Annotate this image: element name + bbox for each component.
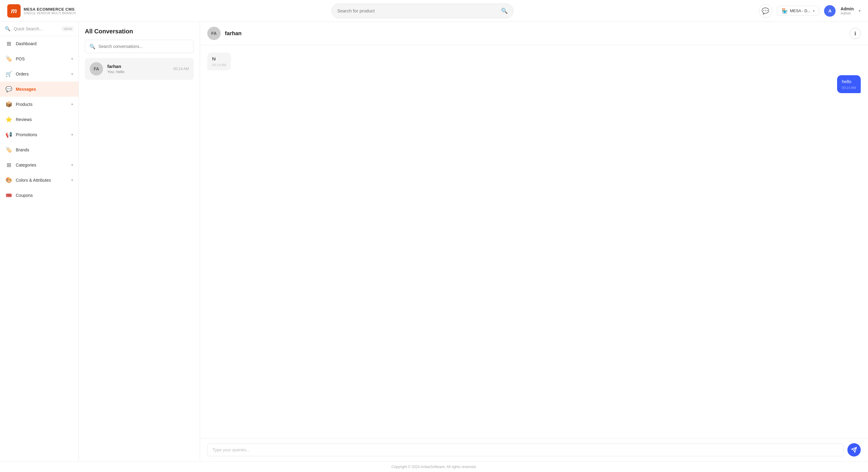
pos-icon: 🏷️ bbox=[5, 56, 12, 62]
messages-icon: 💬 bbox=[5, 86, 12, 92]
header-right: 💬 🏪 MESA - D... ▾ A Admin Admin ▾ bbox=[759, 4, 861, 18]
product-search-input[interactable] bbox=[337, 8, 498, 13]
chat-info-button[interactable]: ℹ bbox=[850, 28, 861, 39]
sidebar-item-products[interactable]: 📦 Products ▾ bbox=[0, 97, 79, 112]
chat-header: FA farhan ℹ bbox=[200, 22, 868, 45]
sidebar-item-messages[interactable]: 💬 Messages bbox=[0, 82, 79, 97]
user-menu-chevron-icon[interactable]: ▾ bbox=[859, 8, 861, 13]
message-time: 00:14 AM bbox=[842, 86, 856, 89]
conversation-search-bar: 🔍 bbox=[85, 40, 194, 53]
conversation-preview: You: hello bbox=[107, 69, 169, 74]
chevron-down-icon: ▾ bbox=[71, 178, 73, 182]
user-role: Admin bbox=[840, 11, 854, 16]
logo-area: m MESA ECOMMERCE CMS SINGLE VENDOR MULTI… bbox=[7, 4, 86, 18]
brand-name: MESA ECOMMERCE CMS bbox=[24, 7, 76, 11]
conversation-search-input[interactable] bbox=[98, 44, 189, 49]
conversation-search-icon: 🔍 bbox=[89, 44, 95, 50]
orders-icon: 🛒 bbox=[5, 71, 12, 77]
brand-sub: SINGLE VENDOR MULTI BRANCH bbox=[24, 11, 76, 15]
user-info: Admin Admin bbox=[840, 6, 854, 16]
quick-search-shortcut: ctrl+k bbox=[62, 26, 74, 31]
store-chevron-icon: ▾ bbox=[813, 9, 815, 13]
chat-main: FA farhan ℹ hi 00:14 AM hello 00:14 AM bbox=[200, 22, 868, 462]
sidebar-item-label: Orders bbox=[16, 71, 68, 77]
categories-icon: ⊞ bbox=[5, 162, 12, 168]
store-selector[interactable]: 🏪 MESA - D... ▾ bbox=[777, 6, 819, 16]
quick-search-icon: 🔍 bbox=[5, 26, 10, 32]
chat-sidebar-title: All Conversation bbox=[85, 28, 194, 35]
message-text: hello bbox=[842, 79, 856, 84]
message-bubble-sent: hello 00:14 AM bbox=[837, 75, 861, 93]
sidebar-item-promotions[interactable]: 📢 Promotions ▾ bbox=[0, 127, 79, 142]
conversation-time: 00:14 AM bbox=[173, 67, 189, 71]
conversation-item[interactable]: FA farhan You: hello 00:14 AM bbox=[85, 58, 194, 80]
store-name: MESA - D... bbox=[790, 8, 811, 13]
user-name: Admin bbox=[840, 6, 854, 11]
content-area: All Conversation 🔍 FA farhan You: hello … bbox=[79, 22, 868, 462]
footer-text: Copyright © 2024 AnbarSoftware. All righ… bbox=[392, 465, 477, 469]
promotions-icon: 📢 bbox=[5, 131, 12, 138]
sidebar-item-label: Promotions bbox=[16, 132, 68, 137]
sidebar-item-label: Colors & Attributes bbox=[16, 178, 68, 183]
header-center: 🔍 bbox=[91, 4, 754, 18]
sidebar-item-label: POS bbox=[16, 56, 68, 61]
chat-sidebar: All Conversation 🔍 FA farhan You: hello … bbox=[79, 22, 200, 462]
conversation-details: farhan You: hello bbox=[107, 64, 169, 74]
sidebar-item-brands[interactable]: 🏷️ Brands bbox=[0, 142, 79, 157]
sidebar-item-coupons[interactable]: 🎟️ Coupons bbox=[0, 188, 79, 203]
brands-icon: 🏷️ bbox=[5, 147, 12, 153]
chevron-down-icon: ▾ bbox=[71, 132, 73, 137]
products-icon: 📦 bbox=[5, 101, 12, 108]
user-avatar[interactable]: A bbox=[824, 5, 836, 17]
sidebar: 🔍 Quick Search... ctrl+k ⊞ Dashboard 🏷️ … bbox=[0, 22, 79, 462]
chat-messages: hi 00:14 AM hello 00:14 AM bbox=[200, 45, 868, 438]
quick-search-label: Quick Search... bbox=[13, 26, 59, 31]
store-icon: 🏪 bbox=[782, 8, 788, 13]
colors-icon: 🎨 bbox=[5, 177, 12, 183]
sidebar-item-label: Coupons bbox=[16, 193, 73, 198]
logo-box: m bbox=[7, 4, 21, 18]
chat-message-input[interactable] bbox=[207, 443, 844, 456]
message-time: 00:14 AM bbox=[212, 63, 226, 67]
page-footer: Copyright © 2024 AnbarSoftware. All righ… bbox=[0, 462, 868, 472]
sidebar-item-dashboard[interactable]: ⊞ Dashboard bbox=[0, 36, 79, 51]
sidebar-item-colors[interactable]: 🎨 Colors & Attributes ▾ bbox=[0, 173, 79, 188]
sidebar-item-categories[interactable]: ⊞ Categories ▾ bbox=[0, 157, 79, 173]
notification-chat-button[interactable]: 💬 bbox=[759, 4, 772, 18]
chat-user-avatar: FA bbox=[207, 27, 221, 40]
sidebar-item-label: Dashboard bbox=[16, 41, 73, 46]
dashboard-icon: ⊞ bbox=[5, 40, 12, 47]
message-text: hi bbox=[212, 56, 226, 61]
product-search-bar: 🔍 bbox=[332, 4, 514, 18]
send-icon bbox=[851, 447, 857, 453]
quick-search[interactable]: 🔍 Quick Search... ctrl+k bbox=[0, 22, 79, 36]
message-bubble-received: hi 00:14 AM bbox=[207, 53, 231, 70]
sidebar-item-reviews[interactable]: ⭐ Reviews bbox=[0, 112, 79, 127]
chevron-down-icon: ▾ bbox=[71, 163, 73, 167]
chevron-down-icon: ▾ bbox=[71, 57, 73, 61]
chat-input-area bbox=[200, 438, 868, 462]
sidebar-item-label: Messages bbox=[16, 87, 73, 92]
logo-text: MESA ECOMMERCE CMS SINGLE VENDOR MULTI B… bbox=[24, 7, 76, 15]
sidebar-item-label: Categories bbox=[16, 163, 68, 168]
coupons-icon: 🎟️ bbox=[5, 192, 12, 199]
top-header: m MESA ECOMMERCE CMS SINGLE VENDOR MULTI… bbox=[0, 0, 868, 22]
conversation-name: farhan bbox=[107, 64, 169, 69]
logo-letter: m bbox=[11, 7, 17, 15]
main-layout: 🔍 Quick Search... ctrl+k ⊞ Dashboard 🏷️ … bbox=[0, 22, 868, 462]
sidebar-item-orders[interactable]: 🛒 Orders ▾ bbox=[0, 66, 79, 82]
send-message-button[interactable] bbox=[847, 443, 861, 456]
reviews-icon: ⭐ bbox=[5, 116, 12, 123]
search-icon[interactable]: 🔍 bbox=[501, 7, 508, 14]
chevron-down-icon: ▾ bbox=[71, 72, 73, 76]
chat-user-name: farhan bbox=[225, 30, 845, 37]
conversation-avatar: FA bbox=[90, 62, 103, 76]
sidebar-item-label: Reviews bbox=[16, 117, 73, 122]
sidebar-item-label: Brands bbox=[16, 147, 73, 152]
chevron-down-icon: ▾ bbox=[71, 102, 73, 107]
sidebar-item-label: Products bbox=[16, 102, 68, 107]
sidebar-item-pos[interactable]: 🏷️ POS ▾ bbox=[0, 51, 79, 66]
